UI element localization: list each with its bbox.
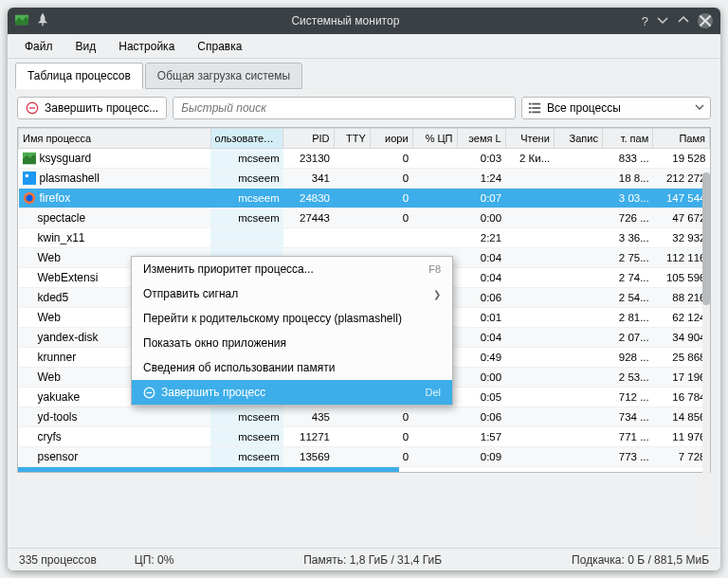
window-title: Системный монитор — [49, 14, 642, 27]
column-header[interactable]: Имя процесса — [19, 129, 211, 149]
table-row[interactable]: ksysguardmcseem2313000:032 Ки...833 ...1… — [19, 149, 710, 169]
statusbar: 335 процессов ЦП: 0% Память: 1,8 ГиБ / 3… — [8, 548, 720, 570]
svg-rect-6 — [532, 107, 540, 109]
svg-rect-2 — [29, 107, 35, 108]
tab-system-load[interactable]: Общая загрузка системы — [145, 63, 302, 89]
context-menu-item[interactable]: Перейти к родительскому процессу (plasma… — [132, 306, 452, 331]
svg-rect-15 — [147, 391, 153, 392]
table-row[interactable]: spectaclemcseem2744300:00726 ...47 672 — [19, 208, 710, 228]
maximize-icon[interactable] — [677, 13, 690, 29]
help-icon[interactable]: ? — [642, 14, 648, 28]
svg-rect-10 — [23, 172, 36, 185]
status-swap: Подкачка: 0 Б / 881,5 МиБ — [572, 553, 709, 567]
end-process-label: Завершить процесс... — [45, 101, 158, 115]
chevron-down-icon — [695, 101, 704, 115]
table-row[interactable]: kwin_x112:213 36...32 932 — [19, 228, 710, 248]
menu-help[interactable]: Справка — [188, 37, 251, 56]
menu-view[interactable]: Вид — [66, 37, 106, 56]
svg-point-11 — [25, 174, 28, 178]
vertical-scrollbar[interactable] — [702, 172, 710, 533]
status-cpu: ЦП: 0% — [135, 553, 174, 567]
pin-icon[interactable] — [36, 13, 49, 29]
svg-rect-7 — [529, 112, 532, 114]
context-menu-item[interactable]: Сведения об использовании памяти — [132, 355, 452, 380]
titlebar: Системный монитор ? — [8, 8, 720, 34]
column-header[interactable]: ользовател ▼ — [210, 129, 283, 149]
minimize-icon[interactable] — [656, 13, 669, 29]
search-input[interactable] — [173, 97, 516, 119]
close-icon[interactable] — [698, 13, 713, 28]
svg-rect-5 — [529, 107, 532, 109]
toolbar: Завершить процесс... Все процессы — [8, 89, 720, 127]
stop-icon — [26, 101, 39, 115]
status-memory: Память: 1,8 ГиБ / 31,4 ГиБ — [303, 553, 442, 567]
menu-file[interactable]: Файл — [15, 37, 63, 56]
table-row[interactable]: firefoxmcseem2483000:073 03...147 544 — [19, 189, 710, 208]
column-header[interactable]: т. пам — [602, 129, 652, 149]
list-icon — [528, 101, 541, 115]
end-process-button[interactable]: Завершить процесс... — [17, 97, 167, 119]
app-window: Системный монитор ? Файл Вид Настройка С… — [8, 8, 720, 570]
svg-rect-8 — [532, 112, 540, 114]
menu-settings[interactable]: Настройка — [109, 37, 184, 56]
app-menu-icon[interactable] — [15, 13, 28, 29]
context-menu-item[interactable]: Показать окно приложения — [132, 331, 452, 355]
tab-process-table[interactable]: Таблица процессов — [15, 63, 143, 89]
column-header[interactable]: % ЦП — [412, 129, 457, 149]
column-header[interactable]: эемя L — [457, 129, 505, 149]
svg-rect-3 — [529, 103, 532, 105]
filter-label: Все процессы — [547, 101, 621, 115]
context-menu-item[interactable]: Отправить сигнал❯ — [132, 281, 452, 306]
svg-point-13 — [26, 195, 32, 202]
context-menu: Изменить приоритет процесса...F8Отправит… — [131, 256, 453, 406]
table-row[interactable]: cryfsmcseem1127101:57771 ...11 976 — [19, 427, 710, 447]
column-header[interactable]: Чтени — [505, 129, 554, 149]
svg-rect-4 — [532, 103, 540, 105]
context-menu-item[interactable]: Изменить приоритет процесса...F8 — [132, 257, 452, 281]
table-row[interactable]: plasmashellmcseem34101:2418 8...212 272 — [19, 169, 710, 189]
column-header[interactable]: Памя — [653, 129, 710, 149]
table-row[interactable]: yd-toolsmcseem43500:06734 ...14 856 — [19, 407, 710, 427]
table-row[interactable]: psensormcseem1356900:09773 ...7 728 — [19, 447, 710, 467]
filter-dropdown[interactable]: Все процессы — [521, 97, 711, 119]
menubar: Файл Вид Настройка Справка — [8, 34, 720, 59]
column-header[interactable]: иори — [370, 129, 412, 149]
tab-bar: Таблица процессов Общая загрузка системы — [8, 59, 720, 89]
column-header[interactable]: TTY — [334, 129, 370, 149]
table-header[interactable]: Имя процессаользовател ▼PIDTTYиори% ЦПэе… — [19, 129, 710, 149]
horizontal-scroll-indicator — [18, 467, 399, 472]
column-header[interactable]: PID — [283, 129, 334, 149]
context-menu-item[interactable]: Завершить процессDel — [132, 380, 452, 405]
status-processes: 335 процессов — [19, 553, 97, 567]
column-header[interactable]: Запис — [554, 129, 602, 149]
